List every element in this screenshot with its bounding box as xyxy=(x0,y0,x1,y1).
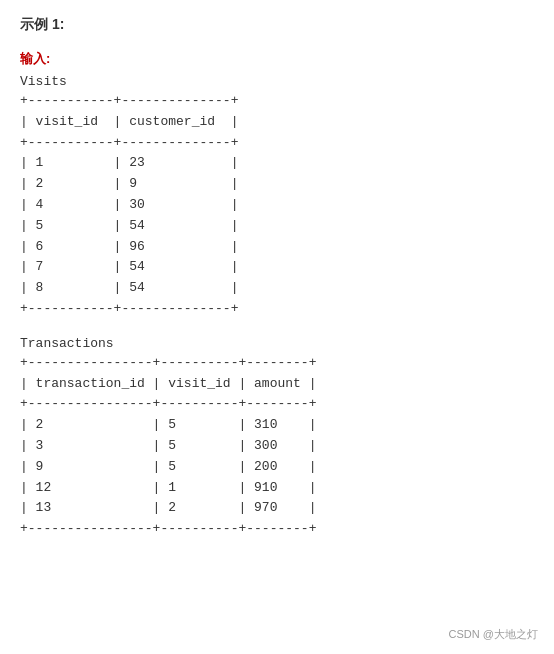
visits-table-name: Visits xyxy=(20,74,534,89)
page-title: 示例 1: xyxy=(20,16,534,34)
transactions-table: +----------------+----------+--------+ |… xyxy=(20,353,534,540)
page-container: 示例 1: 输入: Visits +-----------+----------… xyxy=(20,16,534,540)
input-label: 输入: xyxy=(20,50,534,68)
watermark: CSDN @大地之灯 xyxy=(449,627,538,642)
visits-table: +-----------+--------------+ | visit_id … xyxy=(20,91,534,320)
transactions-table-name: Transactions xyxy=(20,336,534,351)
input-section: 输入: Visits +-----------+--------------+ … xyxy=(20,50,534,540)
